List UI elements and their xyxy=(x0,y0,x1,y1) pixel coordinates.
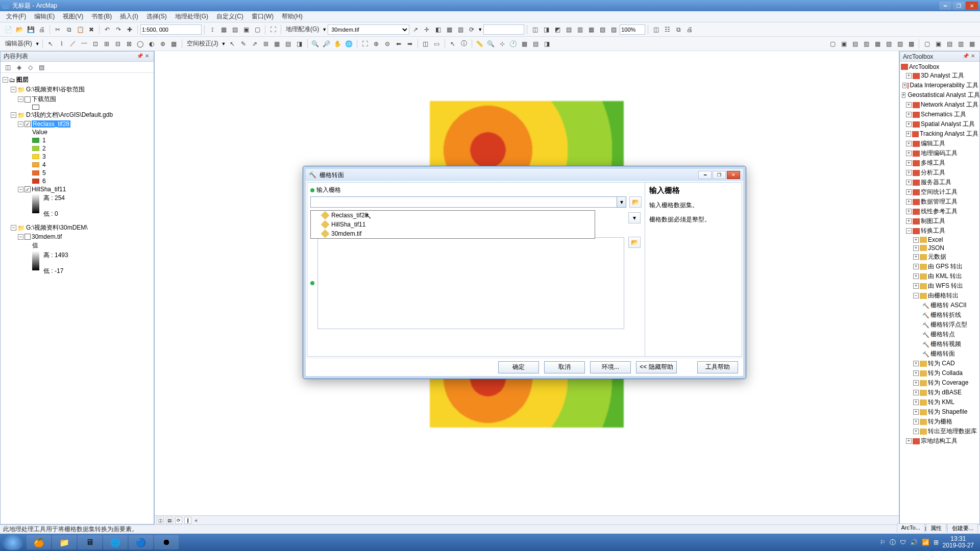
toggle-icon[interactable]: + xyxy=(906,170,912,176)
sa-g-icon[interactable]: ◨ xyxy=(295,39,305,49)
toolbox-item[interactable]: 分析工具 xyxy=(921,168,945,177)
conversion-tools[interactable]: 转换工具 xyxy=(921,227,945,235)
toolset-item[interactable]: 转为 Shapefile xyxy=(928,408,967,416)
toggle-icon[interactable]: − xyxy=(11,225,16,231)
toggle-icon[interactable]: + xyxy=(913,390,919,395)
dropdown-item[interactable]: 30mdem.tif xyxy=(311,229,595,238)
toolbox-item[interactable]: Tracking Analyst 工具 xyxy=(920,130,978,138)
toolbox-item[interactable]: 服务器工具 xyxy=(921,178,951,187)
gp-tool[interactable]: 栅格转折线 xyxy=(930,311,961,319)
toggle-icon[interactable]: + xyxy=(906,102,912,108)
tool-o-icon[interactable]: ◫ xyxy=(651,24,661,35)
pointer-icon[interactable]: ↖ xyxy=(448,39,458,49)
toggle-icon[interactable]: − xyxy=(11,87,16,92)
toolset-item[interactable]: Excel xyxy=(928,236,943,243)
toolset-item[interactable]: 由 GPS 转出 xyxy=(928,262,963,271)
toggle-icon[interactable]: + xyxy=(913,283,919,289)
tool-p-icon[interactable]: ☷ xyxy=(662,24,672,35)
toggle-icon[interactable]: + xyxy=(913,237,919,243)
panel-close-icon[interactable]: ✕ xyxy=(969,53,976,60)
data-view-icon[interactable]: ◫ xyxy=(157,517,164,524)
task-explorer[interactable]: 📁 xyxy=(52,535,77,549)
toolset-item[interactable]: 转为 Coverage xyxy=(928,379,968,387)
parcel-tools[interactable]: 宗地结构工具 xyxy=(921,437,958,445)
r2-icon[interactable]: ▣ xyxy=(839,39,849,49)
save-icon[interactable]: 💾 xyxy=(26,24,36,35)
start-button[interactable] xyxy=(2,535,23,550)
toc-tool-1-icon[interactable]: ◫ xyxy=(3,62,13,72)
tab-arctoolbox[interactable]: ArcTo... xyxy=(897,523,925,533)
layout-view-icon[interactable]: ▤ xyxy=(166,517,173,524)
georef-c-icon[interactable]: ◧ xyxy=(433,24,443,35)
hide-help-button[interactable]: << 隐藏帮助 xyxy=(636,361,677,373)
toolbox-root[interactable]: ArcToolbox xyxy=(909,63,939,70)
side-browse-button[interactable]: 📂 xyxy=(628,237,641,248)
tray-icon[interactable]: ⓘ xyxy=(890,538,896,547)
ed-h-icon[interactable]: ⊠ xyxy=(124,39,134,49)
toggle-icon[interactable]: − xyxy=(11,112,16,118)
toolset-item[interactable]: 转为 KML xyxy=(928,398,954,407)
r6-icon[interactable]: ▧ xyxy=(884,39,894,49)
toolset-item[interactable]: 由 KML 转出 xyxy=(928,272,962,281)
tool-l-icon[interactable]: ▦ xyxy=(586,24,596,35)
measure-icon[interactable]: 📏 xyxy=(475,39,485,49)
r8-icon[interactable]: ▩ xyxy=(906,39,916,49)
tool-m-icon[interactable]: ▧ xyxy=(597,24,607,35)
full-extent-icon[interactable]: ⛶ xyxy=(360,39,370,49)
layer-hillshade[interactable]: HillSha_tif11 xyxy=(32,186,66,193)
toolbox-item[interactable]: Network Analyst 工具 xyxy=(921,101,978,109)
menu-view[interactable]: 视图(V) xyxy=(59,11,87,22)
output-list[interactable] xyxy=(317,237,624,329)
back-icon[interactable]: ⬅ xyxy=(394,39,404,49)
toolbox-item[interactable]: Geostatistical Analyst 工具 xyxy=(908,91,979,99)
sa-f-icon[interactable]: ▤ xyxy=(283,39,293,49)
toolbox-item[interactable]: Schematics 工具 xyxy=(921,110,966,119)
menu-help[interactable]: 帮助(H) xyxy=(278,11,307,22)
menu-select[interactable]: 选择(S) xyxy=(142,11,171,22)
cut-icon[interactable]: ✂ xyxy=(53,24,63,35)
refresh-icon[interactable]: ⟳ xyxy=(175,517,182,524)
tray-icon[interactable]: 🛡 xyxy=(900,539,906,546)
layer-download[interactable]: 下载范围 xyxy=(32,95,56,104)
delete-icon[interactable]: ✖ xyxy=(86,24,96,35)
task-app-4[interactable]: 🔵 xyxy=(129,535,153,549)
layer-reclass[interactable]: Reclass_tif28 xyxy=(32,120,70,128)
toolbox-item[interactable]: 线性参考工具 xyxy=(921,207,958,216)
dialog-maximize-button[interactable]: ❐ xyxy=(713,171,726,179)
tray-icon[interactable]: ⚐ xyxy=(880,539,886,546)
layer-checkbox[interactable] xyxy=(24,121,31,127)
browse-button[interactable]: 📂 xyxy=(629,196,642,208)
ed-c-icon[interactable]: ／ xyxy=(68,39,78,49)
group-a[interactable]: G:\视频资料\谷歌范围 xyxy=(26,85,85,94)
sa-c-icon[interactable]: ⇗ xyxy=(250,39,260,49)
toggle-icon[interactable]: + xyxy=(902,83,906,88)
toggle-icon[interactable]: + xyxy=(906,151,912,156)
georef-label[interactable]: 地理配准(G) xyxy=(284,25,321,34)
georef-layer-combo[interactable]: 30mdem.tif xyxy=(328,24,409,35)
tool-d-icon[interactable]: ▣ xyxy=(241,24,251,35)
toggle-icon[interactable]: + xyxy=(906,438,912,444)
clear-sel-icon[interactable]: ▭ xyxy=(432,39,442,49)
r11-icon[interactable]: ▤ xyxy=(944,39,954,49)
toggle-icon[interactable]: + xyxy=(906,189,912,195)
task-app-3[interactable]: 🌐 xyxy=(103,535,128,549)
minimize-button[interactable]: ━ xyxy=(939,2,951,10)
toggle-icon[interactable]: + xyxy=(913,245,919,251)
gp-tool[interactable]: 栅格转视频 xyxy=(930,340,961,348)
dropdown-item[interactable]: Reclass_tif28 xyxy=(311,211,595,220)
tray-icon[interactable]: 🔊 xyxy=(910,539,918,546)
zoom-out-icon[interactable]: 🔎 xyxy=(322,39,332,49)
toggle-icon[interactable]: + xyxy=(913,254,919,260)
fixed-zoom-in-icon[interactable]: ⊕ xyxy=(371,39,381,49)
zoom-in-icon[interactable]: 🔍 xyxy=(310,39,321,49)
cancel-button[interactable]: 取消 xyxy=(544,361,585,373)
toolbox-item[interactable]: 编辑工具 xyxy=(921,139,945,148)
toggle-icon[interactable]: + xyxy=(913,361,919,366)
sa-e-icon[interactable]: ▦ xyxy=(272,39,282,49)
tray-icon[interactable]: ⊞ xyxy=(934,539,939,546)
toolbox-item[interactable]: 空间统计工具 xyxy=(921,188,958,196)
ed-l-icon[interactable]: ▦ xyxy=(169,39,179,49)
gp-tool[interactable]: 栅格转面 xyxy=(930,349,955,358)
tool-h-icon[interactable]: ◨ xyxy=(541,24,551,35)
layer-checkbox[interactable] xyxy=(24,186,31,192)
